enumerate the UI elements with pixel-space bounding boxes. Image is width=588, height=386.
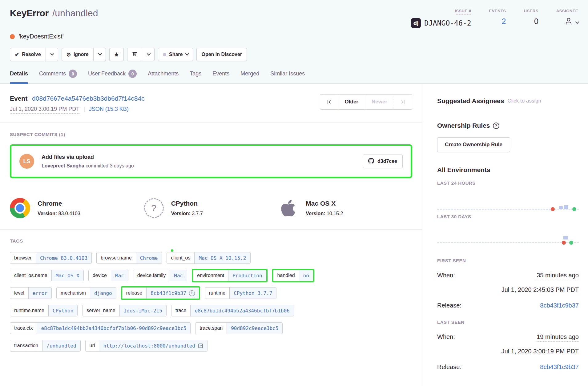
external-link-icon[interactable]: [198, 343, 203, 348]
ignore-button-group: ⊘ Ignore: [62, 48, 106, 61]
first-seen-when-row: When: 35 minutes ago: [437, 272, 579, 280]
tag-client-os: client_os Mac OS X 10.15.2: [167, 252, 250, 264]
issue-type: KeyError: [10, 8, 49, 18]
commit-title: Add files via upload: [42, 154, 355, 160]
last-seen-label: LAST SEEN: [437, 320, 579, 325]
first-seen-label: FIRST SEEN: [437, 258, 579, 263]
tags-heading: TAGS: [10, 238, 412, 243]
last-24-hours-label: LAST 24 HOURS: [437, 180, 579, 186]
suggested-assignees-heading: Suggested Assignees Click to assign: [437, 97, 579, 105]
tab-events[interactable]: Events: [212, 70, 229, 83]
tab-details[interactable]: Details: [10, 70, 28, 83]
sparkline-baseline: [437, 242, 579, 243]
issue-detail-page: KeyError/unhandled ISSUE # dj DJANGO-46-…: [0, 0, 588, 386]
tag-transaction: transaction /unhandled: [10, 340, 81, 352]
share-button[interactable]: Share: [158, 48, 193, 61]
help-icon[interactable]: ?: [493, 123, 499, 129]
tag-mechanism: mechanism django: [56, 287, 116, 299]
issue-message: 'keyDoesntExist': [19, 33, 63, 40]
trash-icon: [132, 51, 137, 58]
sparkline-baseline: [437, 209, 579, 210]
tag-runtime: runtime CPython 3.7.7: [205, 287, 277, 299]
commit-author: Lovepreet Sangha: [42, 163, 84, 168]
context-version: Version: 3.7.7: [171, 211, 203, 216]
tab-similar-issues[interactable]: Similar Issues: [270, 70, 305, 83]
tab-merged[interactable]: Merged: [240, 70, 259, 83]
first-seen-release-row: Release: 8cb43f1c9b37: [437, 302, 579, 309]
commit-sha-button[interactable]: d3d7cee: [363, 155, 403, 168]
tab-user-feedback[interactable]: User Feedback 0: [88, 70, 137, 83]
assignee-dropdown[interactable]: [564, 17, 578, 27]
resolve-button-group: ✔ Resolve: [10, 48, 58, 61]
event-id-link[interactable]: d08d7667e4a5476eb3b3db6d7f14c84c: [32, 95, 145, 102]
resolve-button[interactable]: ✔ Resolve: [10, 48, 46, 61]
create-ownership-rule-button[interactable]: Create Ownership Rule: [437, 137, 510, 152]
delete-dropdown-button[interactable]: [142, 48, 154, 61]
tag-row: runtime.name CPython server_name Idos-iM…: [10, 305, 412, 316]
linked-issues-heading: Linked Issues: [437, 385, 579, 386]
context-name: CPython: [171, 200, 203, 207]
last-seen-release-link[interactable]: 8cb43f1c9b37: [540, 364, 579, 371]
person-icon: [564, 17, 573, 27]
context-browser: Chrome Version: 83.0.4103: [10, 198, 144, 218]
issue-sidebar: Suggested Assignees Click to assign Owne…: [422, 84, 588, 386]
resolve-dropdown-button[interactable]: [46, 48, 58, 61]
stat-assignee: ASSIGNEE: [556, 9, 578, 28]
first-seen-absolute: Jul 1, 2020 2:45:03 PM PDT: [437, 286, 579, 293]
ignore-dropdown-button[interactable]: [93, 48, 106, 61]
oldest-event-button[interactable]: [320, 94, 338, 109]
chevron-down-icon: [575, 20, 579, 24]
suspect-commits-section: SUSPECT COMMITS (1) LS Add files via upl…: [0, 123, 422, 187]
tag-handled: handled no: [272, 269, 314, 282]
ownership-rules-heading: Ownership Rules ?: [437, 122, 579, 129]
context-version: Version: 10.15.2: [306, 211, 343, 216]
last-seen-relative: 19 minutes ago: [537, 333, 579, 342]
commit-info: Add files via upload Lovepreet Sangha co…: [42, 154, 355, 169]
issue-tabs: Details Comments 0 User Feedback 0 Attac…: [10, 70, 578, 83]
first-seen-release-link[interactable]: 8cb43f1c9b37: [540, 302, 579, 309]
stat-events: EVENTS 2: [489, 9, 506, 28]
issue-message-row: 'keyDoesntExist': [10, 33, 578, 40]
event-header: Event d08d7667e4a5476eb3b3db6d7f14c84c J…: [0, 84, 422, 123]
chevron-down-icon: [50, 52, 54, 56]
delete-button-group: [127, 48, 155, 61]
tag-trace-span: trace.span 90d892c9eace3bc5: [195, 322, 283, 334]
sparkline-bar: [559, 206, 563, 209]
delete-button[interactable]: [127, 48, 142, 61]
tag-release: release 8cb43f1c9b37 i: [121, 286, 200, 300]
event-pagination: Older Newer: [320, 94, 412, 110]
tab-tags[interactable]: Tags: [190, 70, 201, 83]
skip-to-latest-button: [394, 94, 412, 109]
skip-to-oldest-icon: [327, 99, 332, 104]
info-icon[interactable]: i: [189, 290, 195, 296]
event-timestamp: Jul 1, 2020 3:00:19 PM PDT: [10, 106, 79, 114]
ignore-button[interactable]: ⊘ Ignore: [62, 48, 93, 61]
issue-short-id: DJANGO-46-2: [424, 19, 471, 27]
users-count[interactable]: 0: [534, 17, 538, 26]
sparkline-bar: [563, 236, 568, 239]
chrome-icon: [10, 198, 30, 218]
tag-trace-ctx: trace.ctx e8c87ba1dc494bb2a4346bcfbf7b1b…: [10, 322, 191, 334]
tag-browser: browser Chrome 83.0.4103: [10, 252, 92, 264]
release-label: Release:: [437, 364, 461, 371]
suspect-commit-panel: LS Add files via upload Lovepreet Sangha…: [10, 144, 412, 178]
sparkline-bar: [564, 205, 568, 209]
stat-users: USERS 0: [524, 9, 538, 28]
first-seen-marker: [551, 207, 555, 211]
divider: |: [83, 106, 85, 112]
event-json-link[interactable]: JSON (15.3 KB): [89, 106, 129, 112]
open-in-discover-button[interactable]: Open in Discover: [197, 48, 247, 61]
tab-attachments[interactable]: Attachments: [148, 70, 179, 83]
events-count[interactable]: 2: [502, 17, 506, 26]
commit-meta: Lovepreet Sangha committed 3 days ago: [42, 163, 355, 169]
action-bar: ✔ Resolve ⊘ Ignore ★: [10, 48, 578, 61]
comments-count-badge: 0: [69, 70, 77, 78]
bookmark-star-button[interactable]: ★: [110, 48, 123, 61]
assignee-label: ASSIGNEE: [556, 9, 578, 13]
tab-comments[interactable]: Comments 0: [39, 70, 77, 83]
older-event-button[interactable]: Older: [338, 94, 365, 109]
events-sparkline-30d: [437, 219, 579, 247]
annotation-dot: [171, 249, 173, 252]
users-label: USERS: [524, 9, 538, 13]
unknown-runtime-icon: ?: [144, 198, 164, 218]
